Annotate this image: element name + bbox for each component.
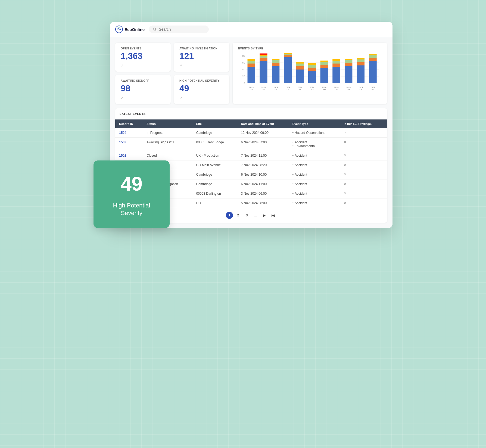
svg-rect-46 bbox=[308, 65, 316, 68]
cell-event-type: Accident bbox=[289, 170, 340, 179]
col-status: Status bbox=[143, 119, 192, 128]
browser-header: EcoOnline bbox=[110, 22, 392, 37]
svg-rect-39 bbox=[296, 66, 304, 70]
table-row: 1502ClosedUK - Production7 Nov 2024 11:0… bbox=[115, 151, 387, 160]
svg-rect-77 bbox=[369, 54, 376, 55]
next-page-button[interactable]: ▶ bbox=[261, 212, 268, 219]
svg-rect-74 bbox=[369, 61, 376, 83]
svg-rect-44 bbox=[308, 71, 316, 83]
svg-rect-65 bbox=[345, 59, 352, 60]
svg-text:-03: -03 bbox=[286, 89, 289, 90]
stats-row: OPEN EVENTS 1,363 ↗ AWAITING INVESTIGATI… bbox=[115, 43, 387, 104]
cell-site: CQ Main Avenue bbox=[192, 160, 237, 170]
svg-rect-40 bbox=[296, 64, 304, 66]
search-bar[interactable] bbox=[149, 26, 209, 33]
cell-privilege: ✕ bbox=[340, 138, 387, 151]
event-type-item: Accident bbox=[292, 140, 336, 144]
page-1-button[interactable]: 1 bbox=[226, 212, 233, 219]
cell-datetime: 7 Nov 2024 11:00 bbox=[237, 151, 288, 160]
svg-rect-51 bbox=[320, 65, 328, 68]
chart-area: 80 60 40 20 0 2023 -12 bbox=[238, 53, 382, 97]
svg-text:2024: 2024 bbox=[371, 86, 375, 88]
page-ellipsis: ... bbox=[252, 212, 259, 219]
search-input[interactable] bbox=[159, 27, 202, 31]
awaiting-investigation-value: 121 bbox=[179, 52, 224, 60]
cell-event-type: Accident bbox=[289, 160, 340, 170]
cell-record-id: 1504 bbox=[115, 128, 143, 138]
svg-text:-02: -02 bbox=[274, 89, 277, 90]
cell-privilege: ✕ bbox=[340, 189, 387, 198]
record-link[interactable]: 1504 bbox=[119, 131, 126, 135]
svg-rect-20 bbox=[260, 58, 267, 61]
svg-text:-04: -04 bbox=[298, 89, 301, 90]
cell-datetime: 6 Nov 2024 10:00 bbox=[237, 170, 288, 179]
col-privilege: Is this L... Privilege... bbox=[340, 119, 387, 128]
expand-icon[interactable]: ↗ bbox=[121, 64, 165, 67]
awaiting-signoff-label: AWAITING SIGNOFF bbox=[121, 79, 165, 82]
svg-rect-29 bbox=[272, 59, 279, 60]
cell-site: UK - Production bbox=[192, 151, 237, 160]
logo-text: EcoOnline bbox=[124, 27, 145, 32]
stats-bottom-row: AWAITING SIGNOFF 98 ↗ HIGH POTENTIAL SEV… bbox=[115, 75, 229, 104]
expand-icon-2[interactable]: ↗ bbox=[179, 64, 224, 67]
svg-rect-22 bbox=[260, 55, 267, 56]
expand-icon-3[interactable]: ↗ bbox=[121, 96, 165, 100]
svg-rect-33 bbox=[284, 55, 292, 57]
svg-text:2024: 2024 bbox=[322, 86, 326, 88]
svg-rect-27 bbox=[272, 63, 279, 66]
last-page-button[interactable]: ⏭ bbox=[269, 212, 276, 219]
record-link[interactable]: 1503 bbox=[119, 140, 126, 144]
cell-site: Cambridge bbox=[192, 179, 237, 189]
stats-cards: OPEN EVENTS 1,363 ↗ AWAITING INVESTIGATI… bbox=[115, 43, 229, 104]
svg-line-2 bbox=[155, 30, 157, 31]
awaiting-signoff-card: AWAITING SIGNOFF 98 ↗ bbox=[115, 75, 171, 104]
svg-rect-75 bbox=[369, 58, 376, 61]
svg-text:2024: 2024 bbox=[359, 86, 363, 88]
svg-text:-06: -06 bbox=[323, 89, 326, 90]
svg-rect-57 bbox=[332, 64, 340, 67]
cell-event-type: Accident bbox=[289, 189, 340, 198]
event-type-item: Accident bbox=[292, 182, 336, 186]
latest-events-title: LATEST EVENTS bbox=[115, 108, 387, 119]
page-2-button[interactable]: 2 bbox=[235, 212, 242, 219]
open-events-card: OPEN EVENTS 1,363 ↗ bbox=[115, 43, 171, 72]
svg-rect-63 bbox=[345, 63, 352, 66]
svg-text:2024: 2024 bbox=[273, 86, 278, 88]
chart-title: EVENTS BY TYPE bbox=[238, 47, 382, 50]
cell-datetime: 6 Nov 2024 11:00 bbox=[237, 179, 288, 189]
svg-rect-13 bbox=[248, 67, 255, 83]
cell-datetime: 6 Nov 2024 07:00 bbox=[237, 138, 288, 151]
svg-rect-28 bbox=[272, 60, 279, 63]
cell-datetime: 5 Nov 2024 08:00 bbox=[237, 198, 288, 208]
cell-site: Cambridge bbox=[192, 170, 237, 179]
svg-rect-14 bbox=[248, 64, 255, 67]
svg-text:-01: -01 bbox=[262, 89, 265, 90]
svg-text:2024: 2024 bbox=[310, 86, 314, 88]
event-type-item: Accident bbox=[292, 201, 336, 205]
expand-icon-4[interactable]: ↗ bbox=[179, 96, 224, 100]
event-type-item: Hazard Observations bbox=[292, 131, 336, 135]
svg-text:2024: 2024 bbox=[261, 86, 266, 88]
cell-datetime: 3 Nov 2024 06:00 bbox=[237, 189, 288, 198]
event-type-item: Accident bbox=[292, 154, 336, 157]
awaiting-investigation-label: AWAITING INVESTIGATION bbox=[179, 47, 224, 50]
cell-event-type: Accident bbox=[289, 198, 340, 208]
cell-privilege: ✕ bbox=[340, 170, 387, 179]
page-3-button[interactable]: 3 bbox=[243, 212, 250, 219]
svg-text:2024: 2024 bbox=[346, 86, 351, 88]
svg-text:2024: 2024 bbox=[334, 86, 339, 88]
svg-rect-34 bbox=[284, 54, 292, 55]
svg-text:-05: -05 bbox=[311, 89, 313, 90]
cell-site: Cambridge bbox=[192, 128, 237, 138]
col-site: Site bbox=[192, 119, 237, 128]
svg-rect-41 bbox=[296, 62, 304, 64]
floating-card-label: High Potential Severity bbox=[102, 202, 161, 217]
svg-rect-71 bbox=[357, 58, 364, 59]
cell-privilege: ✕ bbox=[340, 160, 387, 170]
open-events-value: 1,363 bbox=[121, 52, 165, 60]
record-link[interactable]: 1502 bbox=[119, 154, 126, 157]
cell-site: HQ bbox=[192, 198, 237, 208]
table-header-row: Record ID Status Site Date and Time of E… bbox=[115, 119, 387, 128]
cell-datetime: 7 Nov 2024 08:20 bbox=[237, 160, 288, 170]
svg-rect-45 bbox=[308, 68, 316, 71]
